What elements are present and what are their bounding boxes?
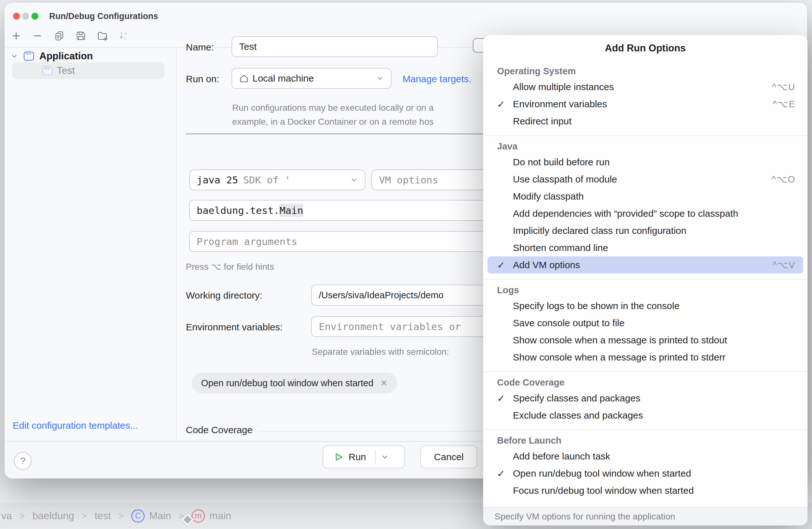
cancel-button-label: Cancel xyxy=(434,452,463,462)
menu-item[interactable]: Exclude classes and packages xyxy=(488,407,803,424)
menu-item-shortcut: ^⌥U xyxy=(772,82,796,92)
chevron-down-icon[interactable] xyxy=(381,453,389,461)
chip-label: Open run/debug tool window when started xyxy=(201,378,373,388)
breadcrumb-item[interactable]: CMain xyxy=(131,509,171,523)
breadcrumb-item[interactable]: baeldung xyxy=(32,510,74,522)
close-button[interactable] xyxy=(13,13,20,20)
menu-item-label: Specify classes and packages xyxy=(513,393,796,404)
working-directory-input[interactable]: /Users/siva/IdeaProjects/demo xyxy=(311,285,508,305)
sdk-value: java 25 xyxy=(197,174,238,186)
menu-item-label: Save console output to file xyxy=(513,318,796,328)
breadcrumb-item[interactable]: test xyxy=(95,510,111,522)
environment-variables-input[interactable]: Environment variables or xyxy=(311,316,508,337)
popup-menu: Operating SystemAllow multiple instances… xyxy=(483,55,808,507)
breadcrumb-label: main xyxy=(209,510,231,522)
remove-icon[interactable] xyxy=(30,29,45,43)
menu-section-header: Java xyxy=(488,139,803,154)
run-button-label: Run xyxy=(349,452,366,462)
popup-title: Add Run Options xyxy=(483,43,808,55)
svg-text:z: z xyxy=(124,36,127,41)
sdk-detail: SDK of ' xyxy=(243,174,291,186)
menu-item[interactable]: Allow multiple instances^⌥U xyxy=(488,78,803,96)
run-button[interactable]: Run xyxy=(322,445,405,468)
menu-item[interactable]: Implicitly declared class run configurat… xyxy=(488,222,803,239)
run-on-hint-line1: Run configurations may be executed local… xyxy=(232,103,434,113)
run-on-select[interactable]: Local machine xyxy=(232,68,391,89)
cancel-button[interactable]: Cancel xyxy=(420,445,477,468)
working-directory-label: Working directory: xyxy=(186,290,262,301)
environment-variables-label: Environment variables: xyxy=(186,322,282,332)
menu-item[interactable]: ✓Open run/debug tool window when started xyxy=(488,465,803,482)
menu-item-label: Redirect input xyxy=(513,116,796,127)
environment-variables-hint: Separate variables with semicolon: xyxy=(312,347,449,357)
copy-icon[interactable] xyxy=(52,29,67,43)
sidebar-item-label: Test xyxy=(57,65,75,76)
class-icon: C xyxy=(131,509,145,523)
breadcrumb-separator: > xyxy=(20,511,25,521)
run-on-value: Local machine xyxy=(252,73,314,84)
menu-item[interactable]: Save console output to file xyxy=(488,314,803,332)
open-tool-window-chip[interactable]: Open run/debug tool window when started … xyxy=(192,373,397,394)
breadcrumb-label: test xyxy=(95,510,111,522)
manage-targets-link[interactable]: Manage targets. xyxy=(403,74,472,84)
menu-section-divider xyxy=(483,371,808,372)
menu-item[interactable]: Modify classpath xyxy=(488,188,803,205)
menu-item-label: Implicitly declared class run configurat… xyxy=(513,225,796,236)
menu-item-label: Specify logs to be shown in the console xyxy=(513,301,796,311)
menu-item[interactable]: Specify logs to be shown in the console xyxy=(488,297,803,314)
environment-variables-placeholder: Environment variables or xyxy=(319,321,461,332)
menu-item[interactable]: ✓Environment variables^⌥E xyxy=(488,96,803,113)
chevron-down-icon[interactable] xyxy=(10,52,18,60)
menu-item-shortcut: ^⌥E xyxy=(773,99,796,110)
minimize-button[interactable] xyxy=(22,13,29,20)
menu-item-shortcut: ^⌥V xyxy=(773,260,796,270)
main-class-highlighted: Main xyxy=(279,204,303,217)
sort-alphabetically-icon[interactable]: a z xyxy=(117,29,131,43)
breadcrumb-item[interactable]: mmain xyxy=(192,509,231,523)
menu-section-header: Logs xyxy=(488,283,803,297)
breadcrumb-item[interactable]: va xyxy=(1,510,12,522)
menu-item[interactable]: Shorten command line xyxy=(488,239,803,256)
zoom-button[interactable] xyxy=(31,13,38,20)
application-icon xyxy=(23,50,35,62)
menu-item[interactable]: ✓Add VM options^⌥V xyxy=(488,256,803,273)
program-arguments-input[interactable]: Program arguments xyxy=(189,231,506,252)
menu-item[interactable]: Focus run/debug tool window when started xyxy=(488,482,803,499)
menu-item[interactable]: Show console when a message is printed t… xyxy=(488,349,803,366)
window-title: Run/Debug Configurations xyxy=(49,11,158,21)
menu-section-divider xyxy=(483,135,808,136)
menu-item[interactable]: ✓Specify classes and packages xyxy=(488,390,803,407)
main-class-input[interactable]: baeldung.test.Main xyxy=(189,200,506,221)
program-arguments-placeholder: Program arguments xyxy=(197,236,297,247)
menu-section-divider xyxy=(483,429,808,430)
sidebar-item-application-group[interactable]: Application xyxy=(10,49,93,63)
menu-item-label: Modify classpath xyxy=(513,191,796,202)
configurations-toolbar: a z xyxy=(9,29,131,43)
menu-item[interactable]: Add dependencies with “provided” scope t… xyxy=(488,205,803,222)
menu-section-divider xyxy=(483,279,808,280)
help-button[interactable]: ? xyxy=(14,452,32,470)
add-icon[interactable] xyxy=(9,29,24,43)
close-icon[interactable]: ✕ xyxy=(380,378,388,388)
edit-configuration-templates-link[interactable]: Edit configuration templates... xyxy=(13,420,138,431)
menu-item[interactable]: Use classpath of module^⌥O xyxy=(488,171,803,188)
save-icon[interactable] xyxy=(74,29,88,43)
run-on-hint-line2: example, in a Docker Container or on a r… xyxy=(232,117,434,127)
menu-section-header: Before Launch xyxy=(488,433,803,448)
menu-item-label: Add before launch task xyxy=(513,451,796,462)
menu-item-label: Do not build before run xyxy=(513,157,796,168)
name-input[interactable]: Test xyxy=(232,36,438,57)
menu-item-label: Show console when a message is printed t… xyxy=(513,352,796,363)
menu-item[interactable]: Add before launch task xyxy=(488,448,803,465)
checkmark-icon: ✓ xyxy=(497,393,513,404)
menu-item[interactable]: Do not build before run xyxy=(488,154,803,171)
menu-item-label: Show console when a message is printed t… xyxy=(513,335,796,346)
jre-select[interactable]: java 25 SDK of ' xyxy=(189,170,365,190)
sidebar-item-test[interactable]: Test xyxy=(12,62,164,79)
menu-item[interactable]: Redirect input xyxy=(488,113,803,130)
new-folder-icon[interactable] xyxy=(95,29,110,43)
svg-text:a: a xyxy=(124,31,127,35)
menu-item[interactable]: Show console when a message is printed t… xyxy=(488,332,803,349)
play-icon xyxy=(334,452,344,462)
checkmark-icon: ✓ xyxy=(497,468,513,479)
